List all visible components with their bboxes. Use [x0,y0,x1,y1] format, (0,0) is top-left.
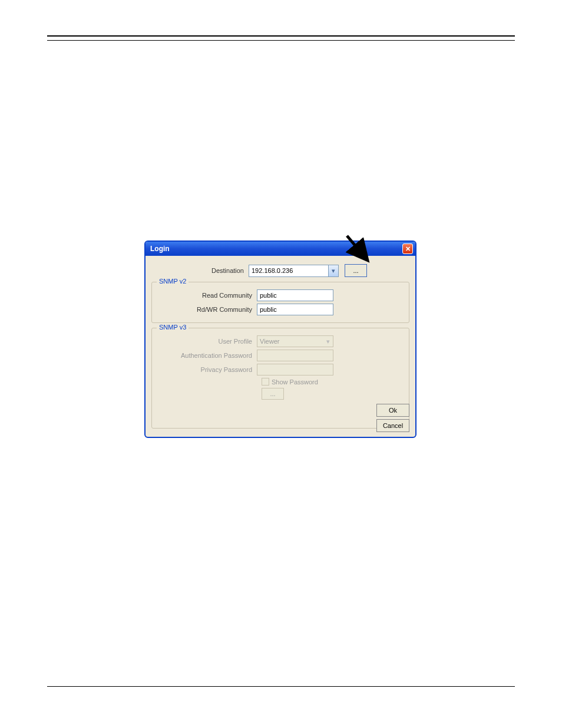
destination-value: 192.168.0.236 [252,267,293,274]
rdwr-community-input[interactable] [257,304,333,315]
destination-combo[interactable]: 192.168.0.236 ▾ [249,265,339,277]
header-rule-thick [47,35,515,37]
checkbox-icon [262,378,269,386]
chevron-down-icon: ▾ [328,265,338,276]
auth-password-label: Authentication Password [157,352,257,359]
user-profile-combo: Viewer ▾ [257,335,333,347]
chevron-down-icon: ▾ [323,336,333,347]
user-profile-value: Viewer [260,338,279,345]
titlebar: Login ✕ [146,242,415,256]
snmp-v3-group: SNMP v3 User Profile Viewer ▾ Authentica… [151,328,409,429]
auth-password-input [257,350,333,361]
footer-rule [47,686,515,687]
dialog-title: Login [150,245,170,253]
header-rule-thin [47,40,515,41]
snmp-v2-group: SNMP v2 Read Community Rd/WR Community [151,282,409,323]
snmp-v3-legend: SNMP v3 [157,324,189,331]
snmp-v2-legend: SNMP v2 [157,278,189,285]
destination-browse-button[interactable]: ... [345,264,367,277]
ok-button[interactable]: Ok [376,404,409,417]
rdwr-community-label: Rd/WR Community [157,306,257,313]
show-password-checkbox: Show Password [262,378,404,386]
privacy-password-input [257,364,333,375]
close-button[interactable]: ✕ [402,243,413,254]
destination-label: Destination [151,267,249,274]
login-dialog: Login ✕ Destination 192.168.0.236 ▾ ... … [144,241,416,438]
show-password-label: Show Password [272,378,318,386]
privacy-password-label: Privacy Password [157,366,257,373]
cancel-button[interactable]: Cancel [376,419,409,432]
snmp-v3-more-button: ... [262,388,284,400]
close-icon: ✕ [405,245,411,253]
user-profile-label: User Profile [157,338,257,345]
read-community-input[interactable] [257,289,333,301]
read-community-label: Read Community [157,292,257,299]
